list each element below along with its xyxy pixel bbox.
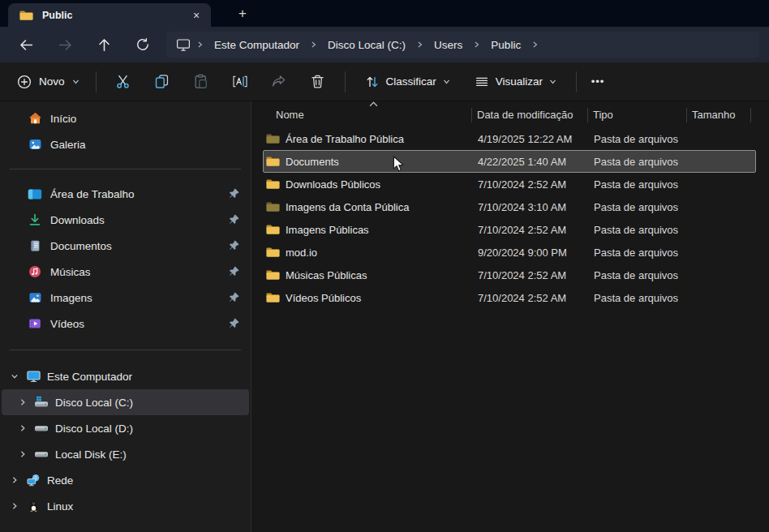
sidebar-divider — [10, 350, 241, 350]
file-explorer-window: { "window": { "app": "Explorador de Arqu… — [0, 0, 769, 532]
navigation-pane: Início Galeria Área de Trabalho Download… — [0, 101, 251, 532]
file-type: Pasta de arquivos — [589, 247, 688, 259]
drive-windows-icon — [34, 396, 49, 409]
toolbar-divider — [576, 71, 577, 92]
file-row[interactable]: Músicas Públicas 7/10/2024 2:52 AM Pasta… — [263, 264, 756, 286]
drive-icon — [34, 448, 49, 461]
sort-button-label: Classificar — [386, 75, 436, 88]
chevron-down-icon[interactable] — [8, 372, 21, 380]
sidebar-item-label: Área de Trabalho — [50, 188, 135, 200]
breadcrumb-item[interactable]: Disco Local (C:) — [320, 35, 414, 55]
rename-button[interactable] — [224, 67, 256, 97]
sidebar-item-este-computador[interactable]: Este Computador — [2, 363, 249, 389]
chevron-down-icon — [72, 78, 79, 85]
paste-button[interactable] — [185, 67, 217, 97]
new-button[interactable]: Novo — [8, 69, 88, 95]
sidebar-item-label: Linux — [47, 500, 73, 513]
breadcrumb-item[interactable]: Este Computador — [206, 35, 307, 55]
sort-button[interactable]: Classificar — [358, 69, 458, 95]
file-row[interactable]: Área de Trabalho Pública 4/19/2025 12:22… — [263, 127, 756, 150]
column-header-nome[interactable]: Nome — [263, 108, 472, 122]
sidebar-item-imagens[interactable]: Imagens — [3, 285, 247, 311]
file-rows: Área de Trabalho Pública 4/19/2025 12:22… — [251, 127, 769, 309]
sidebar-item-disco-local-d[interactable]: Disco Local (D:) — [2, 415, 249, 441]
sidebar-item-videos[interactable]: Vídeos — [3, 311, 247, 337]
titlebar: Public × + — [0, 0, 769, 27]
forward-button[interactable] — [51, 31, 79, 58]
sidebar-item-label: Vídeos — [50, 318, 84, 330]
close-tab-icon[interactable]: × — [187, 6, 206, 24]
explorer-tab[interactable]: Public × — [8, 3, 211, 27]
column-header-tamanho[interactable]: Tamanho — [687, 108, 751, 122]
view-button-label: Visualizar — [496, 75, 543, 88]
chevron-right-icon[interactable] — [16, 424, 29, 432]
sidebar-item-label: Local Disk (E:) — [55, 448, 127, 461]
sidebar-item-rede[interactable]: Rede — [2, 467, 249, 493]
sidebar-item-galeria[interactable]: Galeria — [3, 131, 247, 157]
file-date: 7/10/2024 2:52 AM — [473, 292, 589, 304]
sidebar-item-label: Disco Local (D:) — [55, 423, 133, 435]
view-button[interactable]: Visualizar — [467, 69, 564, 95]
share-button[interactable] — [263, 67, 295, 97]
navigation-bar: Este Computador Disco Local (C:) Users P… — [0, 27, 769, 62]
file-row[interactable]: Imagens Públicas 7/10/2024 2:52 AM Pasta… — [263, 218, 756, 241]
sort-ascending-icon — [369, 101, 378, 107]
pin-icon — [228, 265, 240, 277]
copy-button[interactable] — [146, 67, 178, 97]
chevron-right-icon[interactable] — [529, 41, 541, 49]
file-date: 7/10/2024 2:52 AM — [473, 224, 589, 236]
file-type: Pasta de arquivos — [589, 292, 688, 304]
sidebar-item-downloads[interactable]: Downloads — [3, 207, 247, 233]
sidebar-item-linux[interactable]: Linux — [2, 493, 249, 519]
column-headers: Nome Data de modificação Tipo Tamanho — [263, 105, 756, 126]
sidebar-item-inicio[interactable]: Início — [3, 105, 247, 131]
back-button[interactable] — [12, 31, 40, 58]
sidebar-item-documentos[interactable]: Documentos — [3, 233, 247, 259]
up-button[interactable] — [90, 31, 118, 58]
documents-icon — [28, 239, 42, 252]
delete-button[interactable] — [302, 67, 334, 97]
file-list-pane: Nome Data de modificação Tipo Tamanho Ár… — [251, 101, 769, 532]
file-type: Pasta de arquivos — [589, 201, 688, 213]
file-row[interactable]: mod.io 9/20/2024 9:00 PM Pasta de arquiv… — [263, 241, 756, 264]
chevron-right-icon[interactable] — [470, 41, 483, 49]
chevron-right-icon[interactable] — [16, 398, 29, 406]
file-row[interactable]: Imagens da Conta Pública 7/10/2024 3:10 … — [263, 195, 756, 218]
new-tab-button[interactable]: + — [232, 3, 253, 24]
file-name: mod.io — [286, 247, 317, 259]
sidebar-item-musicas[interactable]: Músicas — [3, 259, 247, 285]
videos-icon — [28, 317, 42, 330]
breadcrumb-item[interactable]: Users — [426, 35, 470, 55]
chevron-right-icon[interactable] — [8, 502, 21, 510]
sidebar-item-label: Músicas — [50, 266, 91, 278]
sidebar-item-disco-local-c[interactable]: Disco Local (C:) — [2, 389, 249, 415]
desktop-icon — [28, 188, 42, 200]
file-date: 7/10/2024 3:10 AM — [473, 201, 589, 213]
chevron-right-icon[interactable] — [307, 41, 320, 49]
chevron-right-icon[interactable] — [8, 476, 21, 484]
sidebar-item-label: Início — [50, 113, 76, 125]
sidebar-item-area-de-trabalho[interactable]: Área de Trabalho — [3, 181, 247, 207]
column-header-data-de-modificacao[interactable]: Data de modificação — [472, 108, 588, 122]
file-row-selected[interactable]: Documents 4/22/2025 1:40 AM Pasta de arq… — [263, 150, 756, 173]
folder-icon — [266, 201, 280, 212]
chevron-down-icon — [549, 78, 556, 85]
cut-button[interactable] — [107, 67, 140, 97]
file-type: Pasta de arquivos — [589, 156, 688, 168]
chevron-right-icon[interactable] — [16, 450, 29, 458]
sidebar-item-local-disk-e[interactable]: Local Disk (E:) — [2, 441, 249, 467]
address-bar[interactable]: Este Computador Disco Local (C:) Users P… — [166, 32, 759, 58]
more-options-button[interactable]: ••• — [584, 69, 612, 95]
chevron-right-icon[interactable] — [414, 41, 426, 49]
breadcrumb-item[interactable]: Public — [483, 35, 529, 55]
sidebar-item-label: Imagens — [50, 292, 92, 304]
file-date: 7/10/2024 2:52 AM — [473, 178, 589, 191]
sidebar-item-label: Este Computador — [47, 371, 132, 383]
sidebar-divider — [10, 169, 241, 169]
column-header-tipo[interactable]: Tipo — [588, 108, 687, 122]
file-row[interactable]: Vídeos Públicos 7/10/2024 2:52 AM Pasta … — [263, 286, 756, 309]
refresh-icon[interactable] — [129, 31, 157, 58]
sidebar-item-label: Galeria — [50, 139, 86, 151]
folder-icon — [266, 247, 280, 258]
file-row[interactable]: Downloads Públicos 7/10/2024 2:52 AM Pas… — [263, 173, 756, 195]
